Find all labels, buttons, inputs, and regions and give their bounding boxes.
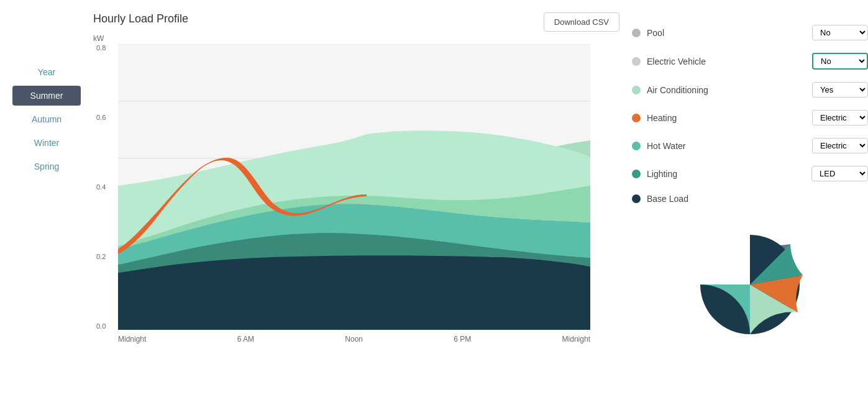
pie-chart-container [632, 229, 868, 340]
heating-label: Heating [647, 113, 806, 123]
sidebar-item-summer[interactable]: Summer [12, 86, 81, 106]
lighting-select[interactable]: LED Standard [811, 166, 868, 181]
legend-row-heating: Heating Electric Gas No [632, 104, 868, 132]
hot-water-label: Hot Water [647, 141, 806, 151]
x-label-midnight-start: Midnight [118, 335, 146, 344]
hot-water-dot [632, 142, 641, 150]
chart-title: Hourly Load Profile [93, 12, 188, 25]
chart-title-area: Hourly Load Profile [93, 12, 188, 25]
sidebar-item-year[interactable]: Year [12, 62, 81, 82]
y-label-00: 0.0 [96, 322, 106, 330]
sidebar-item-autumn[interactable]: Autumn [12, 109, 81, 129]
y-label-06: 0.6 [96, 114, 106, 121]
heating-select[interactable]: Electric Gas No [812, 110, 868, 125]
air-conditioning-label: Air Conditioning [647, 85, 806, 95]
y-label-04: 0.4 [96, 183, 106, 191]
chart-overlay [118, 44, 590, 330]
x-label-noon: Noon [345, 335, 363, 344]
season-sidebar: Year Summer Autumn Winter Spring [0, 0, 87, 176]
legend-row-lighting: Lighting LED Standard [632, 160, 868, 188]
x-label-midnight-end: Midnight [562, 335, 590, 344]
right-panel: Pool No Yes Electric Vehicle No Yes Air … [626, 0, 868, 340]
chart-unit: kW [93, 34, 619, 43]
pool-label: Pool [647, 28, 806, 38]
x-label-6am: 6 AM [237, 335, 254, 344]
air-conditioning-select[interactable]: No Yes [812, 82, 868, 98]
legend-row-hot-water: Hot Water Electric Gas No [632, 132, 868, 160]
sidebar-item-spring[interactable]: Spring [12, 157, 81, 176]
hot-water-select[interactable]: Electric Gas No [812, 138, 868, 153]
electric-vehicle-select[interactable]: No Yes [812, 53, 868, 70]
legend-row-electric-vehicle: Electric Vehicle No Yes [632, 47, 868, 76]
base-load-label: Base Load [647, 194, 868, 204]
lighting-label: Lighting [647, 169, 805, 179]
lighting-dot [632, 170, 641, 178]
chart-header: Hourly Load Profile Download CSV [93, 12, 619, 32]
y-label-02: 0.2 [96, 253, 106, 260]
base-load-dot [632, 194, 641, 203]
x-axis-labels: Midnight 6 AM Noon 6 PM Midnight [118, 335, 590, 344]
air-conditioning-dot [632, 86, 641, 94]
pool-select[interactable]: No Yes [812, 25, 868, 40]
legend-row-pool: Pool No Yes [632, 19, 868, 47]
sidebar-item-winter[interactable]: Winter [12, 133, 81, 153]
download-csv-button[interactable]: Download CSV [544, 12, 619, 32]
y-axis-labels: 0.8 0.6 0.4 0.2 0.0 [96, 44, 106, 330]
heating-dot [632, 114, 641, 122]
electric-vehicle-dot [632, 57, 641, 66]
x-label-6pm: 6 PM [454, 335, 471, 344]
pie-chart [694, 229, 806, 340]
chart-area: Midnight 6 AM Noon 6 PM Midnight [118, 44, 590, 342]
chart-wrapper: 0.8 0.6 0.4 0.2 0.0 [118, 44, 619, 342]
pool-dot [632, 29, 641, 37]
main-content: Hourly Load Profile Download CSV kW 0.8 … [87, 0, 626, 355]
legend-row-air-conditioning: Air Conditioning No Yes [632, 76, 868, 104]
legend-row-base-load: Base Load [632, 188, 868, 210]
electric-vehicle-label: Electric Vehicle [647, 57, 806, 66]
y-label-08: 0.8 [96, 44, 106, 52]
